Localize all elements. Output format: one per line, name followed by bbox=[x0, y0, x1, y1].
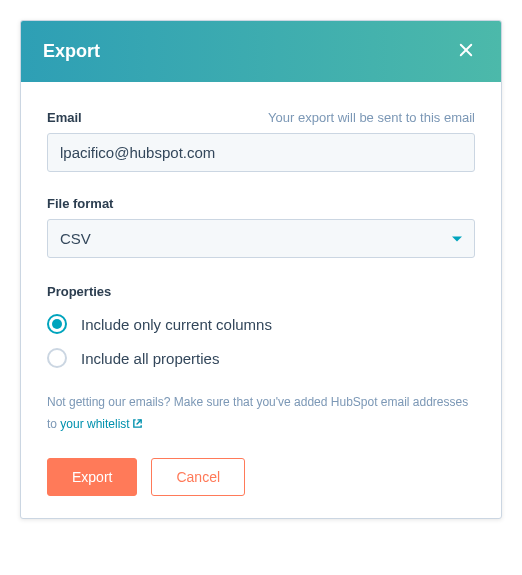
file-format-label: File format bbox=[47, 196, 113, 211]
properties-group: Properties Include only current columns … bbox=[47, 282, 475, 368]
radio-include-all-properties[interactable]: Include all properties bbox=[47, 348, 475, 368]
radio-icon bbox=[47, 314, 67, 334]
email-helper-text: Your export will be sent to this email bbox=[268, 110, 475, 125]
properties-radio-group: Include only current columns Include all… bbox=[47, 314, 475, 368]
whitelist-link-text: your whitelist bbox=[60, 417, 129, 431]
radio-include-current-columns[interactable]: Include only current columns bbox=[47, 314, 475, 334]
export-button[interactable]: Export bbox=[47, 458, 137, 496]
close-button[interactable] bbox=[453, 37, 479, 66]
modal-body: Email Your export will be sent to this e… bbox=[21, 82, 501, 518]
email-group: Email Your export will be sent to this e… bbox=[47, 110, 475, 172]
modal-header: Export bbox=[21, 21, 501, 82]
file-format-group: File format CSV bbox=[47, 196, 475, 258]
whitelist-link[interactable]: your whitelist bbox=[60, 417, 142, 431]
button-row: Export Cancel bbox=[47, 458, 475, 496]
file-format-select[interactable]: CSV bbox=[47, 219, 475, 258]
radio-label: Include only current columns bbox=[81, 316, 272, 333]
cancel-button[interactable]: Cancel bbox=[151, 458, 245, 496]
external-link-icon bbox=[132, 415, 143, 437]
close-icon bbox=[457, 41, 475, 62]
modal-title: Export bbox=[43, 41, 100, 62]
export-modal: Export Email Your export will be sent to… bbox=[20, 20, 502, 519]
file-format-label-row: File format bbox=[47, 196, 475, 211]
help-note: Not getting our emails? Make sure that y… bbox=[47, 392, 475, 436]
file-format-select-wrap: CSV bbox=[47, 219, 475, 258]
radio-label: Include all properties bbox=[81, 350, 219, 367]
email-input[interactable] bbox=[47, 133, 475, 172]
email-label-row: Email Your export will be sent to this e… bbox=[47, 110, 475, 125]
radio-icon bbox=[47, 348, 67, 368]
properties-label: Properties bbox=[47, 284, 111, 299]
email-label: Email bbox=[47, 110, 82, 125]
